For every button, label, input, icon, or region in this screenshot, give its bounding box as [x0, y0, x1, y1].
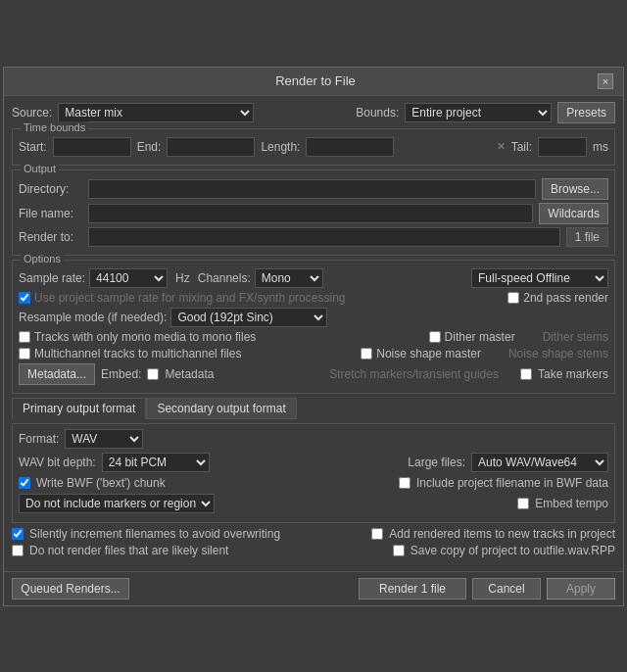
bounds-label: Bounds:: [356, 106, 399, 120]
tracks-mono-label: Tracks with only mono media to mono file…: [34, 330, 256, 344]
stretch-label: Stretch markers/transient guides: [329, 367, 499, 381]
render-to-label: Render to:: [19, 230, 82, 244]
bounds-select[interactable]: Entire project: [405, 103, 552, 122]
noise-shape-stems-label: Noise shape stems: [508, 347, 608, 360]
tail-x: ✕: [497, 140, 506, 153]
dither-stems-label: Dither stems: [543, 330, 608, 344]
render-to-input[interactable]: /home/steven/Desktop/MyFavHusband-Steven…: [88, 227, 560, 247]
embed-tempo-label: Embed tempo: [535, 497, 608, 510]
embed-tempo-check[interactable]: [517, 498, 529, 509]
channels-select[interactable]: Mono: [255, 268, 323, 288]
sample-rate-label: Sample rate:: [19, 271, 85, 285]
silently-increment-check[interactable]: [12, 528, 24, 540]
metadata-check-label: Metadata: [165, 367, 214, 381]
file-count: 1 file: [566, 227, 608, 247]
do-not-render-label: Do not render files that are likely sile…: [29, 544, 228, 557]
length-input[interactable]: 1:16:24.664: [306, 137, 394, 157]
tab-primary[interactable]: Primary output format: [12, 398, 146, 419]
metadata-button[interactable]: Metadata...: [19, 363, 95, 385]
tail-unit: ms: [593, 140, 608, 154]
add-rendered-label: Add rendered items to new tracks in proj…: [389, 527, 615, 541]
format-label: Format:: [19, 432, 59, 446]
multichannel-label: Multichannel tracks to multichannel file…: [34, 347, 241, 360]
save-copy-label: Save copy of project to outfile.wav.RPP: [410, 544, 615, 557]
use-project-sample-rate-label: Use project sample rate for mixing and F…: [34, 291, 345, 305]
length-label: Length:: [261, 140, 300, 154]
time-bounds-group: Time bounds Start: 0:00.000 End: 1:16:24…: [12, 128, 615, 166]
apply-button[interactable]: Apply: [547, 578, 615, 600]
options-label: Options: [21, 253, 64, 264]
take-markers-label: Take markers: [538, 367, 608, 381]
wav-bit-depth-select[interactable]: 24 bit PCM: [102, 453, 210, 472]
source-label: Source:: [12, 106, 52, 120]
second-pass-label: 2nd pass render: [523, 291, 608, 305]
render-button[interactable]: Render 1 file: [359, 578, 466, 600]
cancel-button[interactable]: Cancel: [472, 578, 541, 600]
write-bwf-label: Write BWF ('bext') chunk: [36, 476, 166, 490]
noise-shape-master-check[interactable]: [361, 348, 372, 360]
end-label: End:: [137, 140, 162, 154]
resample-select[interactable]: Good (192pt Sinc): [170, 308, 327, 327]
format-select[interactable]: WAV: [65, 429, 143, 449]
bottom-bar: Queued Renders... Render 1 file Cancel A…: [4, 571, 623, 605]
do-not-render-check[interactable]: [12, 545, 24, 556]
tail-label: Tail:: [511, 140, 532, 154]
render-to-file-dialog: Render to File × Source: Master mix Boun…: [3, 67, 624, 606]
filename-label: File name:: [19, 207, 82, 220]
large-files-select[interactable]: Auto WAV/Wave64: [471, 453, 608, 472]
noise-shape-master-label: Noise shape master: [376, 347, 481, 360]
queued-renders-button[interactable]: Queued Renders...: [12, 578, 129, 600]
dither-master-check[interactable]: [429, 331, 441, 343]
options-group: Options Sample rate: 44100 Hz Channels: …: [12, 260, 615, 394]
hz-label: Hz: [175, 271, 190, 285]
source-select[interactable]: Master mix: [58, 103, 254, 122]
close-button[interactable]: ×: [598, 73, 613, 89]
metadata-embed-check[interactable]: [147, 368, 159, 380]
time-bounds-label: Time bounds: [21, 121, 88, 133]
embed-label: Embed:: [101, 367, 141, 381]
start-input[interactable]: 0:00.000: [53, 137, 131, 157]
include-project-filename-check[interactable]: [399, 477, 410, 489]
title-bar: Render to File ×: [4, 68, 623, 96]
silently-increment-label: Silently increment filenames to avoid ov…: [29, 527, 280, 541]
output-label: Output: [21, 163, 59, 174]
channels-label: Channels:: [198, 271, 251, 285]
sample-rate-select[interactable]: 44100: [89, 268, 168, 288]
directory-input[interactable]: /home/steven/Desktop/: [88, 179, 536, 199]
dither-master-label: Dither master: [445, 330, 515, 344]
markers-select[interactable]: Do not include markers or regions: [19, 494, 215, 513]
second-pass-check[interactable]: [507, 292, 519, 304]
format-section: Format: WAV WAV bit depth: 24 bit PCM La…: [12, 423, 615, 523]
browse-button[interactable]: Browse...: [542, 178, 608, 200]
include-project-filename-label: Include project filename in BWF data: [416, 476, 608, 490]
speed-select[interactable]: Full-speed Offline: [471, 268, 608, 288]
write-bwf-check[interactable]: [19, 477, 30, 489]
tail-input[interactable]: 1000: [538, 137, 587, 157]
wav-bit-depth-label: WAV bit depth:: [19, 456, 96, 469]
large-files-label: Large files:: [408, 456, 465, 469]
tracks-mono-check[interactable]: [19, 331, 30, 343]
use-project-sample-rate-check[interactable]: [19, 292, 30, 304]
multichannel-check[interactable]: [19, 348, 30, 360]
add-rendered-check[interactable]: [371, 528, 383, 540]
filename-input[interactable]: $project-StevenJayCohen: [88, 204, 533, 223]
output-group: Output Directory: /home/steven/Desktop/ …: [12, 169, 615, 256]
presets-button[interactable]: Presets: [557, 102, 615, 123]
save-copy-check[interactable]: [393, 545, 405, 556]
format-tabs: Primary output format Secondary output f…: [12, 398, 615, 419]
tab-secondary[interactable]: Secondary output format: [146, 398, 296, 419]
dialog-title: Render to File: [33, 73, 598, 88]
take-markers-check[interactable]: [520, 368, 532, 380]
resample-label: Resample mode (if needed):: [19, 311, 167, 324]
start-label: Start:: [19, 140, 47, 154]
end-input[interactable]: 1:16:24.664: [167, 137, 255, 157]
directory-label: Directory:: [19, 182, 82, 196]
wildcards-button[interactable]: Wildcards: [539, 203, 608, 224]
